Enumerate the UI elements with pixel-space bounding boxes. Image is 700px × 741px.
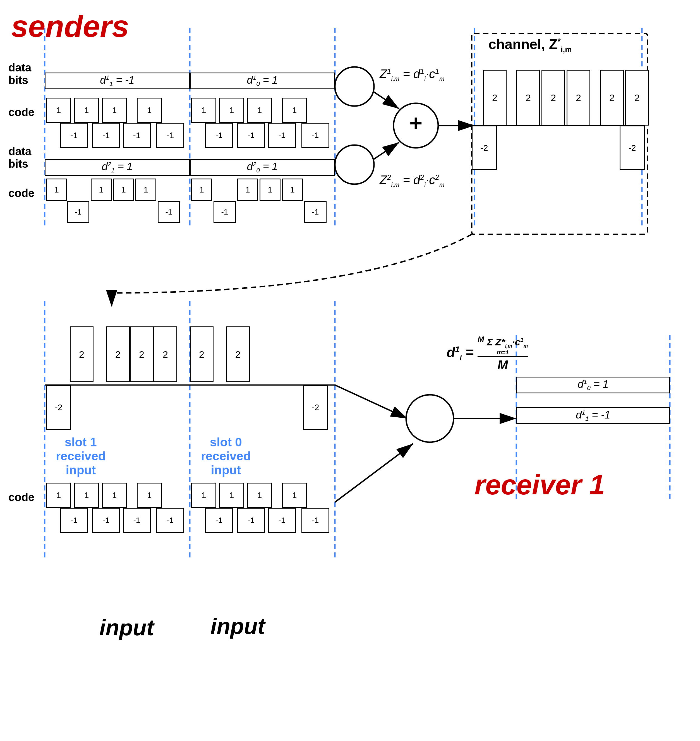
s1-chip-3: 1 (102, 98, 127, 123)
svg-point-25 (335, 145, 374, 184)
sender1-d1-label: d11 = -1 (100, 74, 135, 88)
sender1-data-bits-label: databits (8, 62, 31, 87)
s1-chip-13: -1 (205, 123, 233, 148)
svg-point-26 (394, 103, 438, 148)
rx-c-4: 1 (137, 483, 162, 508)
sender2-data-bits-label: databits (8, 145, 31, 170)
sender1-data-bar-slot0: d10 = 1 (190, 73, 335, 89)
rx-pos-2: 2 (106, 326, 130, 382)
s1-chip-8: -1 (156, 123, 184, 148)
z1-formula: Z1i,m = d1i·c1m (379, 67, 444, 82)
rx-c-15: -1 (268, 508, 296, 533)
rx-output-d1: d11 = -1 (516, 407, 670, 424)
receiver-code-label: code (8, 491, 34, 503)
rx-pos-6: 2 (226, 326, 250, 382)
svg-line-18 (335, 385, 407, 418)
rx-c-8: -1 (156, 508, 184, 533)
s1-chip-15: -1 (268, 123, 296, 148)
svg-point-27 (406, 395, 454, 442)
rx-c-1: 1 (46, 483, 71, 508)
input-label-2: input (210, 613, 265, 639)
s2-chip-8: -1 (213, 201, 236, 223)
s2-chip-10: 1 (260, 179, 281, 201)
s2-chip-9: 1 (237, 179, 258, 201)
rx-c-11: 1 (247, 483, 272, 508)
ch-neg-2: -2 (620, 126, 645, 170)
s2-chip-1: 1 (46, 179, 67, 201)
rx-c-2: 1 (74, 483, 99, 508)
ch-pos-3: 2 (541, 70, 565, 126)
s1-chip-4: 1 (137, 98, 162, 123)
ch-pos-5: 2 (600, 70, 624, 126)
rx-output-d0: d10 = 1 (516, 377, 670, 393)
rx-pos-3: 2 (130, 326, 153, 382)
rx-c-14: -1 (237, 508, 265, 533)
s1-chip-14: -1 (237, 123, 265, 148)
s1-chip-2: 1 (74, 98, 99, 123)
s1-chip-5: -1 (60, 123, 88, 148)
receiver-formula: d1i = M Σ Z*i,m·c1m m=1 M (447, 335, 528, 372)
s2-chip-4: 1 (113, 179, 134, 201)
s2-chip-7: 1 (191, 179, 212, 201)
s1-chip-12: 1 (282, 98, 307, 123)
z2-formula: Z2i,m = d2i·c2m (379, 173, 444, 189)
rx-c-9: 1 (191, 483, 216, 508)
slot1-label: slot 1receivedinput (56, 435, 106, 477)
s1-chip-1: 1 (46, 98, 71, 123)
s2-chip-6: -1 (158, 201, 180, 223)
rx-c-7: -1 (123, 508, 151, 533)
svg-line-8 (366, 142, 399, 164)
sender1-code-label: code (8, 106, 34, 119)
receiver-title: receiver 1 (475, 469, 605, 501)
s1-chip-10: 1 (219, 98, 244, 123)
slot0-label: slot 0receivedinput (201, 435, 251, 477)
svg-line-7 (366, 87, 399, 109)
ch-pos-1: 2 (483, 70, 507, 126)
s1-chip-11: 1 (247, 98, 272, 123)
s2-chip-2: -1 (67, 201, 89, 223)
ch-pos-6: 2 (625, 70, 649, 126)
s1-chip-6: -1 (92, 123, 120, 148)
sender1-data-bar-slot1: d11 = -1 (45, 73, 190, 89)
rx-c-12: 1 (282, 483, 307, 508)
rx-c-10: 1 (219, 483, 244, 508)
rx-d0-label: d10 = 1 (578, 378, 609, 392)
svg-point-24 (335, 67, 374, 106)
s2-chip-5: 1 (135, 179, 156, 201)
s2-chip-12: -1 (304, 201, 326, 223)
rx-pos-5: 2 (190, 326, 213, 382)
rx-c-3: 1 (102, 483, 127, 508)
rx-d1-label: d11 = -1 (576, 409, 610, 423)
sender2-data-bar-slot0: d20 = 1 (190, 159, 335, 176)
rx-pos-4: 2 (153, 326, 177, 382)
sender2-code-label: code (8, 187, 34, 200)
svg-text:+: + (409, 110, 422, 135)
rx-c-5: -1 (60, 508, 88, 533)
diagram-container: + senders databits d11 = -1 d10 = 1 code… (0, 0, 700, 741)
rx-c-6: -1 (92, 508, 120, 533)
rx-neg-1: -2 (46, 385, 71, 430)
sender2-data-bar-slot1: d21 = 1 (45, 159, 190, 176)
ch-pos-2: 2 (516, 70, 540, 126)
s1-chip-16: -1 (301, 123, 329, 148)
rx-c-16: -1 (301, 508, 329, 533)
s1-chip-7: -1 (123, 123, 151, 148)
rx-neg-2: -2 (303, 385, 328, 430)
sender1-d0-label: d10 = 1 (247, 74, 278, 88)
rx-c-13: -1 (205, 508, 233, 533)
input-label-1: input (99, 615, 154, 641)
channel-label: channel, Z*i,m (488, 36, 572, 54)
sender2-d0-label: d20 = 1 (247, 160, 278, 174)
rx-pos-1: 2 (70, 326, 94, 382)
ch-pos-4: 2 (566, 70, 590, 126)
sender2-d1-label: d21 = 1 (102, 160, 133, 174)
s1-chip-9: 1 (191, 98, 216, 123)
s2-chip-3: 1 (91, 179, 112, 201)
senders-title: senders (11, 8, 129, 44)
svg-line-19 (335, 444, 413, 502)
s2-chip-11: 1 (282, 179, 303, 201)
ch-neg-1: -2 (472, 126, 497, 170)
